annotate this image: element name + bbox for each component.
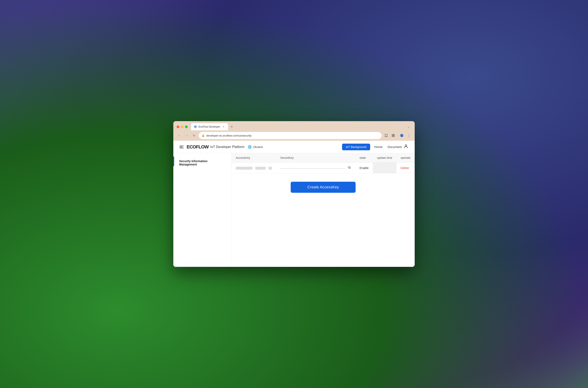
create-btn-container: Create AccessKey — [232, 173, 415, 201]
back-button[interactable]: ← — [176, 133, 182, 138]
browser-chrome: E EcoFlow Developer ✕ + ⌄ ← → ↻ 🔒 develo… — [173, 121, 415, 141]
main-layout: Security Information Management AccessKe… — [173, 153, 415, 267]
table-row: ········································… — [232, 163, 415, 173]
new-tab-button[interactable]: + — [229, 124, 235, 130]
browser-toolbar: ← → ↻ 🔒 developer-eu.ecoflow.com/us/secu… — [173, 130, 415, 141]
url-display: developer-eu.ecoflow.com/us/security — [206, 134, 379, 137]
platform-title: IoT Developer Platform — [210, 145, 244, 149]
secretkey-cell: ········································… — [276, 163, 355, 173]
active-tab[interactable]: E EcoFlow Developer ✕ — [191, 123, 228, 130]
content-area: AccessKey SecretKey state update time op… — [232, 153, 415, 267]
maximize-button[interactable] — [185, 125, 188, 128]
secret-dots: ········································… — [280, 167, 345, 170]
sidebar-active-indicator — [173, 157, 174, 166]
iot-background-button[interactable]: IoT Background — [342, 144, 370, 150]
accesskey-blurred-part1 — [236, 167, 252, 170]
delete-button[interactable]: Delete — [400, 166, 409, 170]
tab-close-button[interactable]: ✕ — [222, 125, 225, 128]
minimize-button[interactable] — [181, 125, 184, 128]
browser-titlebar: E EcoFlow Developer ✕ + ⌄ — [173, 121, 415, 130]
sidebar: Security Information Management — [173, 153, 232, 267]
tab-favicon: E — [194, 125, 197, 128]
forward-button[interactable]: → — [184, 133, 189, 138]
logo-bar-1 — [180, 146, 184, 146]
refresh-button[interactable]: ↻ — [191, 133, 197, 138]
svg-point-8 — [405, 145, 407, 146]
operate-cell: Delete — [396, 163, 415, 173]
create-accesskey-button[interactable]: Create AccessKey — [291, 182, 355, 193]
page-content: ECOFLOW IoT Developer Platform 🌐 Ukraine… — [173, 141, 415, 267]
accesskey-cell — [232, 163, 276, 173]
profile-icon[interactable]: 👤 — [399, 133, 405, 138]
state-value: Enable — [359, 166, 369, 170]
svg-rect-2 — [392, 134, 393, 135]
logo-bars-icon — [180, 146, 184, 148]
extensions-icon[interactable] — [390, 133, 396, 138]
sidebar-item-security[interactable]: Security Information Management — [173, 157, 231, 169]
access-key-table: AccessKey SecretKey state update time op… — [232, 153, 415, 173]
tab-expand-button[interactable]: ⌄ — [405, 124, 411, 129]
col-operate: operate — [396, 153, 415, 163]
tab-bar: E EcoFlow Developer ✕ + ⌄ — [191, 123, 411, 130]
sidebar-item-label: Security Information Management — [179, 159, 208, 166]
nav-home[interactable]: Home — [374, 145, 383, 149]
tab-title: EcoFlow Developer — [198, 125, 220, 128]
logo-text: ECOFLOW — [187, 144, 209, 150]
update-time-cell — [373, 163, 396, 173]
region-label: Ukraine — [253, 145, 263, 149]
table-header-row: AccessKey SecretKey state update time op… — [232, 153, 415, 163]
header-nav: Home Document — [374, 145, 402, 149]
close-button[interactable] — [177, 125, 179, 128]
nav-document[interactable]: Document — [388, 145, 402, 149]
col-secretkey: SecretKey — [276, 153, 355, 163]
logo: ECOFLOW — [180, 144, 209, 150]
more-options-icon[interactable]: ⋮ — [406, 133, 412, 138]
svg-rect-3 — [394, 134, 395, 135]
bookmark-icon[interactable] — [383, 133, 389, 138]
eye-icon[interactable] — [348, 166, 351, 170]
col-state: state — [355, 153, 373, 163]
svg-text:E: E — [195, 126, 196, 128]
col-accesskey: AccessKey — [232, 153, 276, 163]
accesskey-blurred-part2 — [255, 167, 266, 170]
state-cell: Enable — [355, 163, 373, 173]
globe-icon: 🌐 — [248, 145, 252, 149]
region-selector[interactable]: 🌐 Ukraine — [248, 145, 263, 149]
toolbar-actions: 👤 ⋮ — [383, 133, 412, 138]
user-account-icon[interactable] — [403, 144, 408, 150]
site-header: ECOFLOW IoT Developer Platform 🌐 Ukraine… — [173, 141, 415, 153]
svg-rect-4 — [392, 136, 393, 137]
logo-bar-2 — [180, 147, 183, 147]
col-update-time: update time — [373, 153, 396, 163]
logo-bar-3 — [180, 148, 184, 148]
browser-window: E EcoFlow Developer ✕ + ⌄ ← → ↻ 🔒 develo… — [173, 121, 415, 267]
svg-text:👤: 👤 — [400, 134, 403, 137]
traffic-lights — [177, 125, 188, 128]
security-lock-icon: 🔒 — [202, 134, 205, 137]
accesskey-blurred-part3 — [269, 167, 272, 170]
svg-rect-5 — [394, 136, 395, 137]
address-bar[interactable]: 🔒 developer-eu.ecoflow.com/us/security — [199, 132, 382, 139]
